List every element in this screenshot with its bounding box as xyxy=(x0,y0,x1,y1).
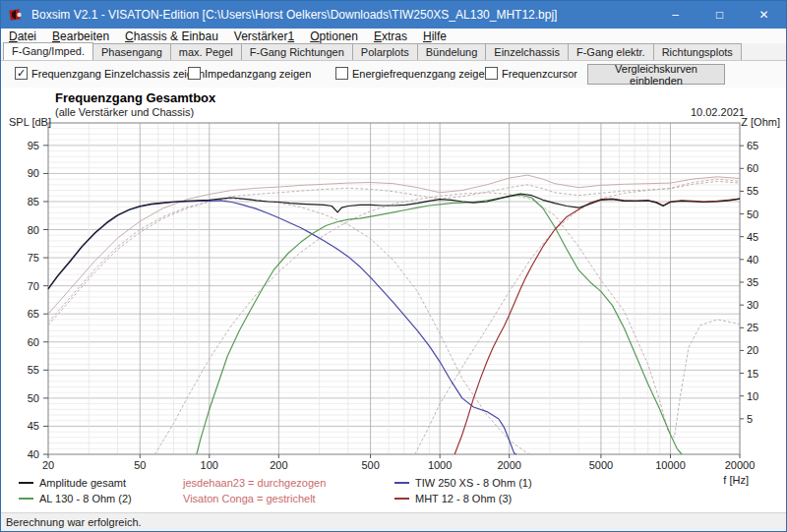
checkbox-impedanzgang-zeigen[interactable]: Impedanzgang zeigen xyxy=(188,67,311,80)
x-tick-label: 50 xyxy=(134,459,146,471)
legend-entry-mht-12-8-ohm-3: MHT 12 - 8 Ohm (3) xyxy=(394,491,770,506)
x-tick-label: 100 xyxy=(201,459,218,471)
y-left-tick-label: 45 xyxy=(28,420,39,432)
legend-label: Amplitude gesamt xyxy=(39,477,126,489)
legend-line-swatch xyxy=(394,482,409,484)
vergleichskurven-button[interactable]: Vergleichskurven einblenden xyxy=(587,64,725,85)
tab-polarplots[interactable]: Polarplots xyxy=(352,43,418,60)
x-tick-label: 5000 xyxy=(589,459,613,471)
x-tick-label: 1000 xyxy=(428,459,452,471)
unchecked-checkbox-icon[interactable] xyxy=(188,67,201,80)
minimize-button[interactable]: – xyxy=(653,1,697,29)
y-right-tick-label: 50 xyxy=(747,208,758,220)
menu-item-chassis-einbau[interactable]: Chassis & Einbau xyxy=(117,29,226,43)
x-tick-label: 10000 xyxy=(655,459,686,471)
checkbox-frequenzgang-einzelchassis-zeigen[interactable]: ✓Frequenzgang Einzelchassis zeigen xyxy=(15,67,205,80)
y-left-tick-label: 90 xyxy=(28,167,39,179)
legend-label: jesdehaan23 = durchgezogen xyxy=(183,477,326,489)
maximize-button[interactable]: □ xyxy=(697,1,742,29)
y-right-tick-label: 45 xyxy=(747,231,758,243)
checkbox-label: Frequenzcursor xyxy=(502,68,577,80)
y-right-tick-label: 40 xyxy=(747,254,758,266)
x-tick-label: 2000 xyxy=(497,459,520,471)
y-right-tick-label: 15 xyxy=(747,368,758,380)
menu-item-verst-rker-1[interactable]: Verstärker 1 xyxy=(226,29,302,43)
y-left-tick-label: 60 xyxy=(28,336,39,348)
legend-entry-amplitude-gesamt: Amplitude gesamt xyxy=(19,475,183,491)
legend-line-swatch xyxy=(19,482,33,484)
legend-entry-al-130-8-ohm-2: AL 130 - 8 Ohm (2) xyxy=(19,491,183,506)
legend-line-swatch xyxy=(19,498,33,500)
menu-item-bearbeiten[interactable]: Bearbeiten xyxy=(44,29,117,43)
y-left-tick-label: 95 xyxy=(28,140,39,151)
tab-f-gang-elektr[interactable]: F-Gang elektr. xyxy=(568,43,654,60)
tab-bar: F-Gang/Imped.Phasengangmax. PegelF-Gang … xyxy=(1,43,786,61)
tab-phasengang[interactable]: Phasengang xyxy=(92,43,171,60)
checkbox-frequenzcursor[interactable]: Frequenzcursor xyxy=(485,67,577,80)
legend-label: AL 130 - 8 Ohm (2) xyxy=(39,493,132,504)
y-left-tick-label: 80 xyxy=(28,224,39,236)
y-left-axis-title: SPL [dB] xyxy=(9,116,51,128)
y-left-tick-label: 65 xyxy=(28,308,39,320)
y-left-tick-label: 70 xyxy=(28,280,39,292)
y-right-tick-label: 35 xyxy=(747,276,758,288)
x-tick-label: 200 xyxy=(270,459,287,471)
app-icon xyxy=(9,7,25,23)
menu-item-hilfe[interactable]: Hilfe xyxy=(415,29,454,43)
menu-item-datei[interactable]: Datei xyxy=(1,29,44,43)
chart-title: Frequenzgang Gesamtbox xyxy=(55,90,215,105)
x-axis-unit-label: f [Hz] xyxy=(723,474,749,486)
curve-vergleich-hocht-ner-gestrichelt xyxy=(415,179,740,454)
curve-mht-12-8-ohm-3 xyxy=(454,199,740,454)
x-tick-label: 20000 xyxy=(725,459,756,471)
legend-label: TIW 250 XS - 8 Ohm (1) xyxy=(415,477,532,489)
tab-b-ndelung[interactable]: Bündelung xyxy=(417,43,487,60)
curve-tiw-250-xs-8-ohm-1 xyxy=(48,201,516,454)
legend-label: MHT 12 - 8 Ohm (3) xyxy=(415,493,512,504)
y-right-tick-label: 20 xyxy=(747,344,758,356)
boxsim-window: Boxsim V2.1 - VISATON-Edition [C:\Users\… xyxy=(0,0,787,532)
menu-bar: DateiBearbeitenChassis & EinbauVerstärke… xyxy=(1,29,786,43)
curve-vergleich-tieft-ner-gestrichelt xyxy=(48,199,531,454)
unchecked-checkbox-icon[interactable] xyxy=(335,67,348,80)
checkbox-label: Impedanzgang zeigen xyxy=(205,68,311,80)
y-right-axis-title: Z [Ohm] xyxy=(741,116,780,128)
menu-item-optionen[interactable]: Optionen xyxy=(302,29,366,43)
y-left-tick-label: 85 xyxy=(28,196,39,207)
y-left-tick-label: 40 xyxy=(28,448,39,460)
tab-max-pegel[interactable]: max. Pegel xyxy=(170,43,242,60)
y-right-tick-label: 25 xyxy=(747,322,758,333)
checked-checkbox-icon[interactable]: ✓ xyxy=(15,67,28,80)
legend-entry-tiw-250-xs-8-ohm-1: TIW 250 XS - 8 Ohm (1) xyxy=(394,475,770,491)
status-bar: Berechnung war erfolgreich. xyxy=(1,512,786,531)
y-left-tick-label: 55 xyxy=(28,364,39,376)
y-left-tick-label: 50 xyxy=(28,392,39,404)
x-tick-label: 500 xyxy=(361,459,379,471)
checkbox-energiefrequenzgang-zeigen[interactable]: Energiefrequenzgang zeigen xyxy=(335,67,491,80)
tab-einzelchassis[interactable]: Einzelchassis xyxy=(485,43,569,60)
y-right-tick-label: 60 xyxy=(747,162,758,174)
y-right-tick-label: 55 xyxy=(747,185,758,197)
checkbox-label: Energiefrequenzgang zeigen xyxy=(352,68,491,80)
legend-entry-jesdehaan23-durchgezogen: jesdehaan23 = durchgezogen xyxy=(183,475,394,491)
tab-f-gang-richtungen[interactable]: F-Gang Richtungen xyxy=(241,43,353,60)
tab-richtungsplots[interactable]: Richtungsplots xyxy=(653,43,742,60)
plot-border xyxy=(48,123,740,454)
options-toolbar: Vergleichskurven einblenden ✓Frequenzgan… xyxy=(1,61,786,88)
tab-f-gang-imped[interactable]: F-Gang/Imped. xyxy=(3,42,93,60)
legend-line-swatch xyxy=(394,498,409,500)
x-tick-label: 20 xyxy=(42,459,54,471)
menu-item-extras[interactable]: Extras xyxy=(366,29,415,43)
curve-al-130-8-ohm-2 xyxy=(197,195,682,454)
close-button[interactable]: ✕ xyxy=(742,1,786,29)
legend-label: Visaton Conga = gestrichelt xyxy=(183,493,316,504)
title-bar: Boxsim V2.1 - VISATON-Edition [C:\Users\… xyxy=(1,1,786,29)
window-title: Boxsim V2.1 - VISATON-Edition [C:\Users\… xyxy=(31,8,653,22)
unchecked-checkbox-icon[interactable] xyxy=(485,67,498,80)
frequency-response-plot[interactable]: 4045505560657075808590955101520253035404… xyxy=(1,114,787,471)
chart-legend: Amplitude gesamtjesdehaan23 = durchgezog… xyxy=(19,475,770,508)
y-right-tick-label: 30 xyxy=(747,299,758,311)
y-left-tick-label: 75 xyxy=(28,252,39,264)
y-right-tick-label: 10 xyxy=(747,390,758,402)
legend-entry-visaton-conga-gestrichelt: Visaton Conga = gestrichelt xyxy=(183,491,394,506)
